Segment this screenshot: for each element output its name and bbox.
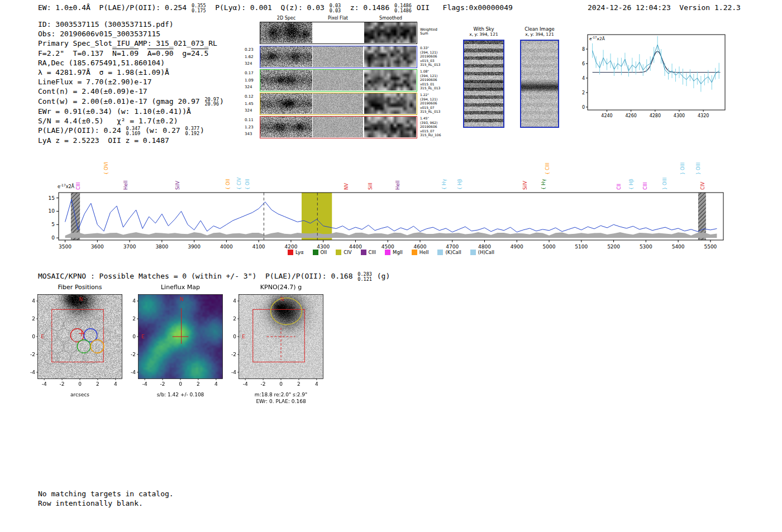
legend-label: (K)CaII bbox=[445, 250, 461, 255]
line-fit-inset-plot: 4240426042804300432002468e-17x2Å bbox=[574, 29, 731, 123]
svg-text:4300: 4300 bbox=[674, 113, 685, 118]
kpno-caption-1: m:18.8 re:2.0" s:2.9" bbox=[239, 392, 323, 397]
spec2d-row-left-labels: 0.231.62324 bbox=[245, 46, 259, 68]
noise-floor bbox=[65, 232, 717, 238]
fiber-positions-overlay: -4-4-2-2002244NE bbox=[22, 284, 140, 406]
svg-text:0: 0 bbox=[132, 334, 136, 339]
emission-line-label: CIII bbox=[642, 183, 648, 190]
svg-text:-2: -2 bbox=[30, 352, 35, 357]
legend-swatch bbox=[385, 250, 390, 255]
svg-text:8: 8 bbox=[582, 47, 585, 52]
svg-text:4: 4 bbox=[214, 381, 218, 387]
ifu-footprint-square bbox=[253, 309, 305, 362]
spec2d-row-left-labels: 0.111.23343 bbox=[245, 117, 259, 138]
svg-text:4260: 4260 bbox=[626, 113, 637, 118]
svg-text:-4: -4 bbox=[30, 370, 35, 375]
legend-label: OII bbox=[321, 250, 327, 255]
svg-text:4280: 4280 bbox=[650, 113, 661, 118]
svg-text:-2: -2 bbox=[231, 352, 236, 357]
detection-info-block: ID: 3003537115 (3003537115.pdf)Obs: 2019… bbox=[38, 20, 224, 145]
svg-text:5: 5 bbox=[51, 222, 55, 227]
stat-fraction: 0.3550.175 bbox=[192, 3, 206, 13]
svg-text:4: 4 bbox=[315, 381, 318, 387]
legend-label: Lyα bbox=[295, 250, 304, 255]
emission-line-label: { Hγ bbox=[441, 179, 447, 190]
legend-swatch bbox=[412, 250, 417, 255]
svg-text:5500: 5500 bbox=[704, 244, 717, 250]
legend-label: CIV bbox=[344, 250, 351, 255]
with-sky-coords: x, y: 394, 121 bbox=[462, 32, 505, 37]
emission-line-label: NV bbox=[344, 183, 349, 190]
emission-line-label: { CIV bbox=[236, 177, 242, 190]
stat-fraction: 0.030.03 bbox=[330, 3, 341, 13]
legend-label: (H)CaII bbox=[478, 250, 494, 255]
spec2d-row bbox=[260, 93, 417, 115]
stat-fraction: 20.9720.96 bbox=[204, 97, 219, 107]
compass-north-label: N bbox=[180, 296, 184, 302]
compass-north-label: N bbox=[280, 296, 284, 302]
header-stats-line: EW: 1.0±0.4Å P(LAE)/P(OII): 0.254 0.3550… bbox=[38, 3, 513, 13]
emission-line-label: SiIV bbox=[522, 181, 528, 190]
row-smoothed-image bbox=[364, 93, 416, 114]
emission-line-label: CIV bbox=[700, 182, 705, 190]
svg-text:3700: 3700 bbox=[123, 244, 136, 250]
svg-text:2: 2 bbox=[197, 381, 200, 387]
kpno-overlay: -4-4-2-2002244NE bbox=[223, 284, 341, 406]
svg-text:-2: -2 bbox=[131, 352, 136, 357]
svg-text:4800: 4800 bbox=[478, 244, 491, 250]
with-sky-panel: With Sky x, y: 394, 121 bbox=[462, 26, 505, 128]
spec2d-row bbox=[260, 46, 417, 68]
full-spectrum-content: 3500360037003800390040004100420043004400… bbox=[49, 183, 723, 250]
spec2d-row-right-labels: 1.22"(394, 121)20190606v015_07315_RL_013 bbox=[420, 93, 440, 114]
svg-text:5400: 5400 bbox=[672, 244, 685, 250]
svg-text:4: 4 bbox=[233, 298, 236, 304]
spec2d-row-right-labels: 1.08"(394, 121)20190606v015_01315_RL_013 bbox=[420, 69, 440, 90]
svg-text:6: 6 bbox=[582, 61, 585, 66]
legend-swatch bbox=[288, 250, 293, 255]
compass-north-label: N bbox=[79, 296, 83, 302]
lineflux-map-cutout: Lineflux Map -4-4-2-2002244NE s/b: 1.42 … bbox=[123, 284, 240, 406]
emission-line-label: } OIII bbox=[695, 162, 701, 175]
legend-swatch bbox=[313, 250, 318, 255]
legend-item: CIII bbox=[361, 250, 376, 255]
spec2d-col-title: Smoothed bbox=[365, 16, 417, 21]
spectral-line-legend: LyαOIICIVCIIIMgIIHeII(K)CaII(H)CaII bbox=[59, 250, 723, 255]
kpno-cutout: KPNO(24.7) g -4-4-2-2002244NE m:18.8 re:… bbox=[223, 284, 341, 412]
row-2d-image bbox=[260, 70, 312, 90]
row-pixelflat-image bbox=[313, 70, 363, 90]
svg-text:3900: 3900 bbox=[188, 244, 201, 250]
emission-line-label: HeII bbox=[123, 180, 128, 190]
svg-text:5000: 5000 bbox=[543, 244, 556, 250]
svg-text:-2: -2 bbox=[160, 381, 165, 387]
lineflux-sb-caption: s/b: 1.42 +/- 0.108 bbox=[139, 392, 222, 397]
mosaic-match-line: MOSAIC/KPNO : Possible Matches = 0 (with… bbox=[38, 271, 390, 281]
svg-text:2: 2 bbox=[297, 381, 301, 387]
legend-item: (K)CaII bbox=[437, 250, 461, 255]
stat-fraction: 0.14860.1486 bbox=[394, 3, 412, 13]
legend-label: CIII bbox=[369, 250, 376, 255]
emission-line-label: { OII bbox=[245, 179, 250, 190]
ifu-footprint-square bbox=[52, 309, 104, 362]
spec2d-row bbox=[260, 69, 417, 92]
row-pixelflat-image bbox=[313, 46, 363, 67]
svg-text:3800: 3800 bbox=[155, 244, 168, 250]
svg-text:15: 15 bbox=[49, 195, 55, 201]
svg-text:2: 2 bbox=[96, 381, 99, 387]
row-pixelflat-image bbox=[313, 117, 363, 137]
row-2d-image bbox=[260, 117, 312, 137]
weighted-smoothed-image bbox=[364, 22, 416, 43]
row-smoothed-image bbox=[364, 117, 416, 137]
emission-line-label: } OIII bbox=[662, 178, 667, 190]
legend-label: MgII bbox=[393, 250, 403, 255]
legend-swatch bbox=[437, 250, 443, 255]
legend-label: HeII bbox=[419, 250, 429, 255]
svg-text:4000: 4000 bbox=[220, 244, 233, 250]
spec2d-weighted-row bbox=[260, 22, 417, 44]
fiber-positions-cutout: Fiber Positions -4-4-2-2002244NE arcsecs bbox=[22, 284, 140, 406]
svg-text:5200: 5200 bbox=[607, 244, 620, 250]
stat-fraction: 0.2830.121 bbox=[357, 272, 372, 281]
emission-line-label: { CIII bbox=[545, 162, 550, 175]
emission-line-label: { Hγ bbox=[541, 179, 546, 190]
svg-text:3500: 3500 bbox=[59, 244, 71, 250]
svg-text:0: 0 bbox=[51, 235, 55, 241]
